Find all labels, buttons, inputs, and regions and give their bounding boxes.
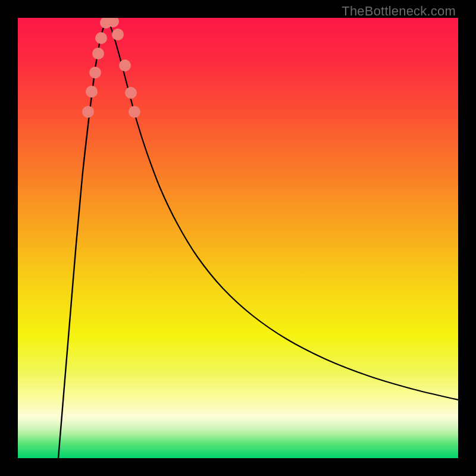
left-curve-path <box>58 18 107 458</box>
right-curve-path <box>107 18 458 400</box>
dip-dot <box>92 48 104 60</box>
plot-area <box>18 18 458 458</box>
dip-dot <box>112 29 124 40</box>
dip-dot <box>125 87 137 99</box>
dip-dot <box>119 60 131 71</box>
watermark-text: TheBottleneck.com <box>342 4 456 19</box>
dip-dot <box>95 32 107 44</box>
dip-dot <box>82 106 94 118</box>
chart-svg <box>18 18 458 458</box>
dip-dot <box>89 67 101 79</box>
outer-frame: TheBottleneck.com <box>0 0 476 476</box>
dip-dot <box>86 86 98 98</box>
dip-dot <box>129 106 140 118</box>
